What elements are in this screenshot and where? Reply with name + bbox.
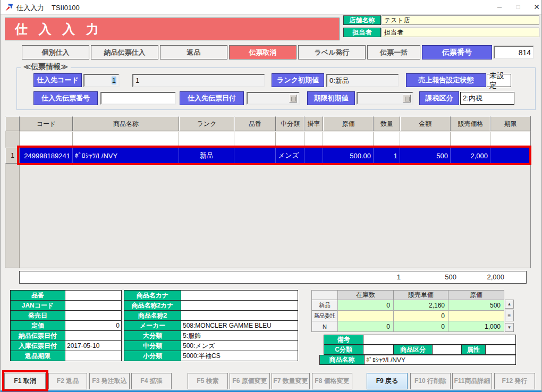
supplier-name-field[interactable]: 1 [132, 74, 265, 87]
cell-rate[interactable] [304, 148, 323, 164]
maximize-button[interactable]: □ [510, 0, 527, 14]
purchase-grid: コード 商品名称 ランク 品番 中分類 掛率 原価 数量 金額 販売価格 期限 … [5, 116, 531, 268]
stock-header-unit-price: 販売単価 [393, 290, 448, 300]
col-header-mid-category[interactable]: 中分類 [276, 116, 304, 131]
stock-row-name: 新品 [311, 300, 338, 311]
calendar-picker-icon[interactable] [289, 95, 297, 103]
supplier-code-label: 仕入先コード [33, 73, 82, 87]
supplier-code-field[interactable]: 1 [83, 74, 120, 87]
small-category-value: 5000:半袖CS [181, 351, 298, 361]
cell-mid-category[interactable]: メンズ [276, 148, 304, 164]
stock-cell: 2,160 [393, 300, 448, 311]
fkey-f10-delete-row[interactable]: F10 行削除 [410, 373, 451, 389]
tax-division-label: 課税区分 [419, 91, 459, 105]
supplier-slip-number-field[interactable] [100, 92, 176, 105]
sales-report-status-label: 売上報告設定状態 [406, 73, 486, 87]
col-header-item-number[interactable]: 品番 [234, 116, 276, 131]
entry-cell[interactable] [73, 132, 179, 147]
total-amount: 500 [403, 271, 456, 283]
entry-cell[interactable] [20, 132, 73, 147]
close-button[interactable]: ✕ [528, 0, 542, 14]
fkey-f4-extend[interactable]: F4 拡張 [131, 373, 172, 389]
return-deadline-label: 返品期限 [10, 351, 65, 361]
maker-value: 508:MONCLER GAMME BLEU [181, 320, 298, 331]
list-price-label: 定価 [10, 320, 65, 331]
mode-slip-cancel-button[interactable]: 伝票取消 [229, 45, 297, 59]
staff-field[interactable]: 担当者 [382, 28, 539, 37]
entry-cell[interactable] [234, 132, 276, 147]
rank-default-field[interactable]: 0:新品 [326, 74, 399, 87]
slip-number-label: 伝票番号 [422, 45, 492, 59]
col-header-cost[interactable]: 原価 [323, 116, 374, 131]
mid-category-value: 500:メンズ [181, 340, 298, 351]
fkey-f11-product-detail[interactable]: F11商品詳細 [452, 373, 492, 389]
col-header-amount[interactable]: 金額 [400, 116, 451, 131]
app-icon [5, 3, 13, 12]
attribute-label: 属性 [461, 345, 486, 355]
entry-cell[interactable] [400, 132, 451, 147]
slip-batch-button[interactable]: 伝票一括 [367, 45, 420, 59]
deadline-default-field[interactable] [357, 92, 413, 105]
col-header-code[interactable]: コード [20, 116, 73, 131]
calendar-picker-icon[interactable] [403, 95, 411, 103]
fkey-f12-issue[interactable]: F12 発行 [494, 373, 535, 389]
grid-corner-cell [5, 116, 20, 131]
fkey-f5-search[interactable]: F5 検索 [188, 373, 228, 389]
col-header-product-name[interactable]: 商品名称 [73, 116, 179, 131]
col-header-quantity[interactable]: 数量 [374, 116, 400, 131]
cell-quantity[interactable]: 1 [374, 148, 400, 164]
jan-code-value [65, 300, 122, 311]
entry-cell[interactable] [276, 132, 304, 147]
fkey-f7-qty-change[interactable]: F7 数量変更 [272, 373, 310, 389]
cell-item-number[interactable] [234, 148, 276, 164]
mode-return-button[interactable]: 返品 [160, 45, 227, 59]
release-date-value [65, 310, 122, 321]
scroll-up-icon[interactable]: ▲ [505, 300, 514, 309]
label-issue-button[interactable]: ラベル発行 [298, 45, 366, 59]
cell-cost[interactable]: 500.00 [323, 148, 374, 164]
fkey-f1-cancel[interactable]: F1 取消 [4, 373, 46, 389]
fkey-f3-order-import[interactable]: F3 発注取込 [89, 373, 130, 389]
fkey-f9-back[interactable]: F9 戻る [367, 373, 408, 389]
entry-cell[interactable] [451, 132, 490, 147]
stock-cell [337, 310, 394, 321]
cell-deadline[interactable] [490, 148, 530, 164]
release-date-label: 発売日 [10, 310, 65, 321]
store-name-field[interactable]: テスト店 [382, 15, 539, 25]
product-name-kana-value [181, 290, 298, 301]
fkey-f8-price-change[interactable]: F8 価格変更 [312, 373, 352, 389]
warehouse-slip-date-label: 入庫伝票日付 [10, 340, 65, 351]
stock-cell [448, 310, 504, 321]
col-header-deadline[interactable]: 期限 [490, 116, 530, 131]
cell-product-name[interactable]: ﾎﾟﾛｼｬﾂ/L/NVY [73, 148, 179, 164]
slip-number-field[interactable]: 814 [494, 46, 534, 59]
entry-cell[interactable] [374, 132, 400, 147]
cell-sales-price[interactable]: 2,000 [451, 148, 490, 164]
cell-rank[interactable]: 新品 [179, 148, 234, 164]
entry-cell[interactable] [323, 132, 374, 147]
fkey-f2-return[interactable]: F2 返品 [48, 373, 87, 389]
staff-label: 担当者 [343, 28, 381, 37]
cell-code[interactable]: 249998189241 [20, 148, 73, 164]
entry-cell[interactable] [179, 132, 234, 147]
scrollbar-thumb[interactable]: ≡ [505, 310, 514, 321]
minimize-button[interactable]: ─ [491, 0, 508, 14]
scroll-down-icon[interactable]: ▼ [505, 323, 514, 332]
col-header-sales-price[interactable]: 販売価格 [451, 116, 490, 131]
fkey-f6-cost-change[interactable]: F6 原価変更 [230, 373, 270, 389]
cell-amount[interactable]: 500 [400, 148, 451, 164]
sales-report-status-value: 未設定 [487, 74, 511, 87]
col-header-rate[interactable]: 掛率 [304, 116, 323, 131]
stock-cell: 0 [337, 300, 394, 311]
mode-delivery-slip-purchase-button[interactable]: 納品伝票仕入 [91, 45, 158, 59]
col-header-rank[interactable]: ランク [179, 116, 234, 131]
delivery-slip-date-label: 納品伝票日付 [10, 330, 65, 341]
product-name2-kana-value [181, 300, 298, 311]
grid-row-header-strip [5, 116, 20, 268]
mode-individual-purchase-button[interactable]: 個別仕入 [22, 45, 89, 59]
remarks-value[interactable] [363, 335, 516, 345]
entry-cell[interactable] [304, 132, 323, 147]
supplier-slip-date-field[interactable] [247, 92, 300, 105]
entry-cell[interactable] [490, 132, 530, 147]
product-name2-label: 商品名称2 [124, 310, 181, 321]
